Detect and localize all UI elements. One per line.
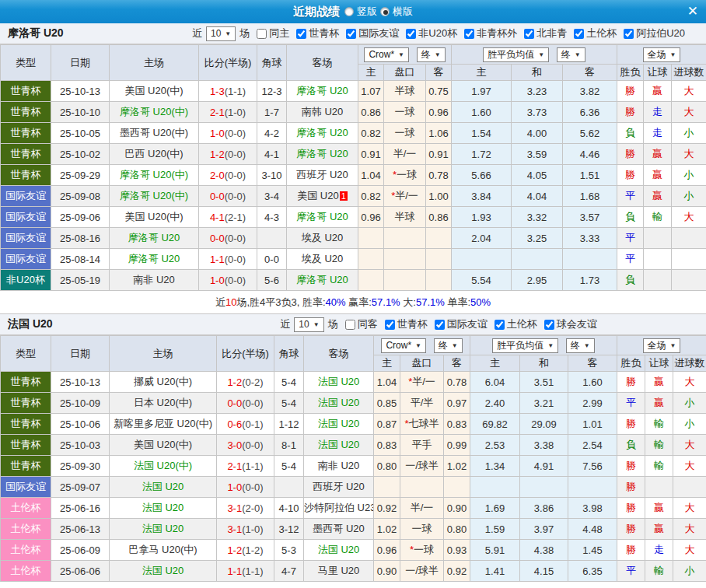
match-score: 1-0(0-0) — [217, 477, 274, 498]
vertical-layout-radio[interactable] — [344, 7, 354, 16]
mean-home-cell: 1.59 — [470, 519, 520, 540]
chevron-down-icon: ▼ — [547, 340, 554, 352]
handicap-text: 半/一 — [412, 376, 435, 387]
recent-count-select[interactable]: 10▼ — [206, 26, 236, 41]
league-checkbox[interactable] — [435, 320, 445, 330]
league-checkbox[interactable] — [524, 29, 534, 39]
league-checkbox[interactable] — [346, 29, 356, 39]
close-button[interactable]: ✕ — [687, 3, 698, 20]
odds-final-select[interactable]: 终▼ — [417, 47, 446, 62]
filter-label: 国际友谊 — [447, 317, 488, 331]
league-checkbox[interactable] — [296, 29, 306, 39]
result-handicap-cell — [645, 477, 673, 498]
mean-away-cell — [563, 249, 617, 270]
mean-draw-cell: 4.05 — [512, 165, 563, 186]
league-checkbox[interactable] — [544, 320, 554, 330]
fulltime-score: 1-3 — [210, 86, 225, 97]
chevron-down-icon: ▼ — [538, 49, 544, 61]
corner-score: 5-4 — [274, 372, 304, 393]
col-header-mean-draw: 和 — [520, 355, 568, 372]
mean-draw-cell: 3.86 — [520, 498, 568, 519]
match-date: 25-10-02 — [51, 144, 110, 165]
mean-final-select[interactable]: 终▼ — [566, 338, 595, 353]
result-goals-cell: 大 — [673, 519, 706, 540]
away-team-name: 法国 U20 — [318, 397, 359, 408]
away-team: 马里 U20 — [304, 561, 374, 582]
same-venue-checkbox[interactable] — [345, 320, 355, 330]
halftime-score: (0-0) — [225, 170, 246, 181]
odds-away-cell: 0.91 — [426, 144, 452, 165]
corner-score: 4-2 — [257, 123, 287, 144]
result-group-header: 全场▼ — [617, 336, 706, 355]
mean-home-cell: 1.34 — [470, 456, 520, 477]
halftime-score: (0-2) — [242, 376, 263, 388]
same-venue-checkbox[interactable] — [257, 29, 267, 39]
recent-count-select[interactable]: 10▼ — [294, 317, 323, 332]
home-team: 美国 U20(中) — [110, 207, 199, 228]
recent-label: 近 — [192, 26, 202, 40]
match-score: 1-2(0-2) — [217, 372, 274, 393]
recent-count-value: 10 — [211, 28, 221, 40]
odds-handicap-cell — [384, 228, 426, 249]
crow-odds-select[interactable]: Crow*▼ — [381, 338, 426, 353]
wdl-mean-select[interactable]: 胜平负均值▼ — [492, 338, 558, 353]
halftime-score: (0-0) — [225, 233, 246, 244]
horizontal-layout-radio[interactable] — [380, 7, 390, 16]
odds-home-cell: 1.04 — [374, 372, 400, 393]
result-handicap-cell: 輸 — [645, 561, 673, 582]
result-handicap-cell: 贏 — [644, 165, 672, 186]
odds-group-header: Crow*▼ 终▼ — [358, 45, 452, 65]
result-goals-cell: 小 — [673, 393, 706, 414]
away-team-name: 埃及 U20 — [302, 253, 343, 264]
mean-away-cell: 2.54 — [568, 435, 617, 456]
away-team-name: 法国 U20 — [318, 439, 359, 450]
home-team-name: 新喀里多尼亚 U20(中) — [114, 418, 212, 429]
result-wdl-cell: 勝 — [617, 540, 645, 561]
corner-score: 1-7 — [257, 102, 287, 123]
halftime-score: (1-1) — [242, 565, 263, 577]
col-header-odds-home: 主 — [374, 355, 400, 372]
league-checkbox[interactable] — [574, 29, 584, 39]
league-checkbox[interactable] — [406, 29, 416, 39]
odds-away-cell: 0.80 — [444, 519, 470, 540]
home-team-name: 摩洛哥 U20(中) — [120, 169, 188, 180]
table-row: 世青杯25-10-13挪威 U20(中)1-2(0-2)5-4法国 U201.0… — [1, 372, 706, 393]
mean-home-cell — [470, 477, 520, 498]
odds-handicap-cell: *一球 — [400, 540, 444, 561]
fulltime-select[interactable]: 全场▼ — [643, 47, 681, 62]
corner-score — [274, 477, 304, 498]
away-team: 摩洛哥 U20 — [287, 207, 358, 228]
result-goals-cell — [672, 249, 706, 270]
summary-part: 57.1% — [372, 296, 400, 308]
summary-part: 50% — [470, 296, 491, 308]
section-france-u20: 法国 U20 近10▼场同客世青杯国际友谊土伦杯球会友谊 类型 日期 主场 比分… — [0, 314, 706, 582]
away-team: 南非 U20 — [304, 456, 374, 477]
match-type-cell: 世青杯 — [1, 123, 51, 144]
wdl-mean-select[interactable]: 胜平负均值▼ — [483, 47, 549, 62]
match-score: 0-0(0-0) — [199, 186, 257, 207]
home-team: 法国 U20 — [110, 519, 217, 540]
fulltime-select[interactable]: 全场▼ — [643, 338, 681, 353]
home-team-name: 美国 U20(中) — [124, 85, 183, 96]
mean-final-select[interactable]: 终▼ — [557, 47, 585, 62]
match-score: 3-0(0-0) — [217, 435, 274, 456]
mean-home-cell: 2.04 — [452, 228, 512, 249]
crow-odds-select[interactable]: Crow*▼ — [364, 47, 409, 62]
table-row: 国际友谊25-08-16摩洛哥 U200-0(0-0)埃及 U202.043.2… — [1, 228, 706, 249]
match-date: 25-06-13 — [51, 519, 110, 540]
table-row: 世青杯25-10-05墨西哥 U20(中)1-0(0-0)4-2摩洛哥 U200… — [1, 123, 706, 144]
league-checkbox[interactable] — [385, 320, 395, 330]
result-handicap-cell: 走 — [645, 540, 673, 561]
mean-away-cell — [568, 477, 617, 498]
league-checkbox[interactable] — [464, 29, 474, 39]
fulltime-score: 3-1 — [227, 523, 242, 535]
home-team-name: 法国 U20 — [142, 502, 183, 513]
home-team: 墨西哥 U20(中) — [110, 123, 199, 144]
odds-home-cell: 0.82 — [358, 123, 384, 144]
mean-draw-cell: 3.59 — [512, 144, 563, 165]
league-checkbox[interactable] — [495, 320, 505, 330]
match-type-cell: 国际友谊 — [1, 186, 51, 207]
league-checkbox[interactable] — [624, 29, 634, 39]
odds-final-select[interactable]: 终▼ — [434, 338, 463, 353]
match-date: 25-10-05 — [51, 123, 110, 144]
